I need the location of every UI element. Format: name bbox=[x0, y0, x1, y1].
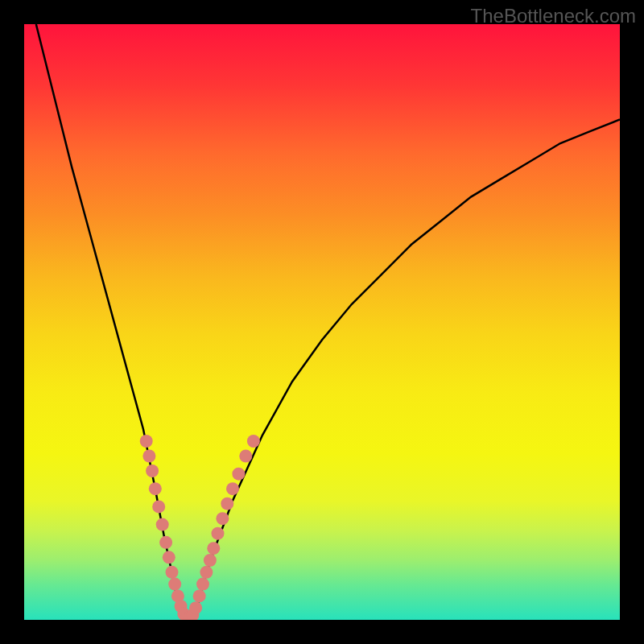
highlight-dot bbox=[140, 435, 153, 448]
highlight-dot bbox=[200, 566, 213, 579]
highlight-dots-group bbox=[140, 435, 260, 620]
highlight-dot bbox=[149, 482, 162, 495]
highlight-dot bbox=[221, 497, 233, 510]
plot-area bbox=[24, 24, 620, 620]
highlight-dot bbox=[156, 518, 169, 531]
highlight-dot bbox=[212, 527, 225, 540]
highlight-dot bbox=[207, 542, 220, 555]
highlight-dot bbox=[142, 450, 155, 463]
highlight-dot bbox=[196, 578, 209, 591]
highlight-dot bbox=[189, 601, 202, 614]
highlight-dot bbox=[232, 468, 245, 481]
highlight-dot bbox=[239, 450, 252, 463]
highlight-dot bbox=[193, 589, 206, 602]
highlight-dot bbox=[226, 482, 239, 495]
bottleneck-curve-path bbox=[36, 24, 620, 620]
highlight-dot bbox=[166, 566, 179, 579]
highlight-dot bbox=[168, 578, 181, 591]
highlight-dot bbox=[146, 464, 159, 477]
chart-root: TheBottleneck.com bbox=[0, 0, 644, 644]
highlight-dot bbox=[247, 435, 260, 448]
highlight-dot bbox=[152, 500, 165, 513]
highlight-dot bbox=[159, 536, 172, 549]
highlight-dot bbox=[163, 551, 175, 564]
curve-svg bbox=[24, 24, 620, 620]
highlight-dot bbox=[204, 554, 217, 567]
watermark-text: TheBottleneck.com bbox=[471, 5, 636, 27]
highlight-dot bbox=[216, 512, 229, 525]
